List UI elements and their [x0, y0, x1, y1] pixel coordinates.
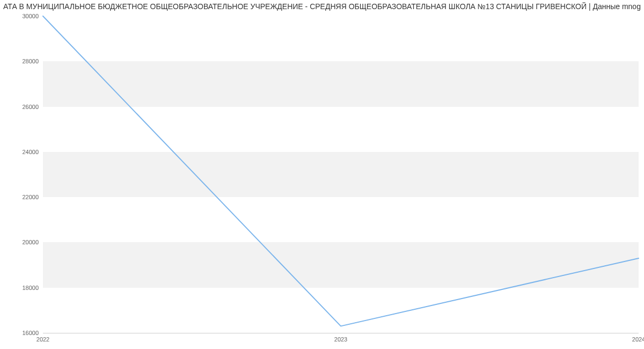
y-tick-label: 18000 — [22, 285, 43, 291]
y-tick-label: 28000 — [22, 58, 43, 64]
y-tick-label: 24000 — [22, 149, 43, 155]
x-tick-label: 2022 — [36, 333, 49, 343]
series-line — [43, 16, 639, 326]
line-layer — [43, 16, 639, 333]
chart-title: АТА В МУНИЦИПАЛЬНОЕ БЮДЖЕТНОЕ ОБЩЕОБРАЗО… — [0, 2, 644, 11]
y-tick-label: 22000 — [22, 194, 43, 200]
y-tick-label: 30000 — [22, 13, 43, 19]
x-tick-label: 2024 — [632, 333, 644, 343]
chart-container: АТА В МУНИЦИПАЛЬНОЕ БЮДЖЕТНОЕ ОБЩЕОБРАЗО… — [0, 0, 644, 349]
plot-area: 1600018000200002200024000260002800030000… — [43, 16, 639, 333]
x-tick-label: 2023 — [334, 333, 347, 343]
y-tick-label: 26000 — [22, 104, 43, 110]
y-tick-label: 20000 — [22, 239, 43, 245]
